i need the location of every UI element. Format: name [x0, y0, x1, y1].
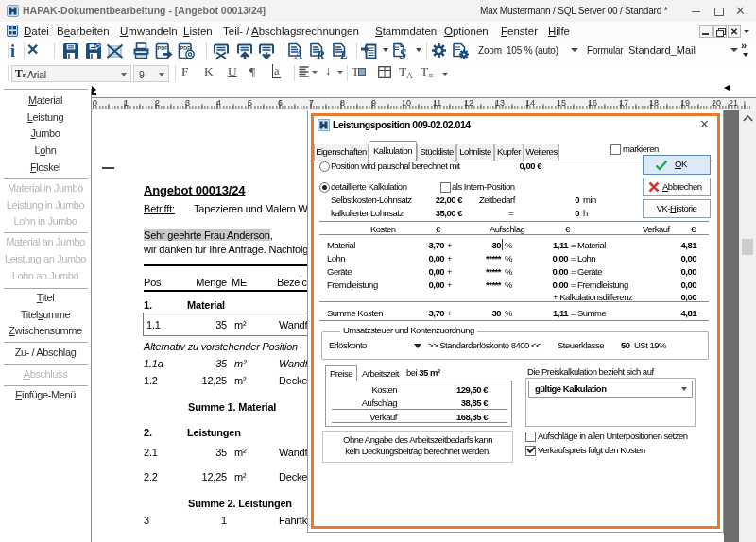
- svg-text:PDF: PDF: [180, 45, 192, 51]
- svg-text:R: R: [316, 47, 325, 60]
- svg-text:PDF: PDF: [158, 45, 169, 51]
- svg-text:A: A: [294, 47, 303, 60]
- svg-text:S: S: [400, 47, 407, 60]
- svg-text:L: L: [339, 47, 348, 60]
